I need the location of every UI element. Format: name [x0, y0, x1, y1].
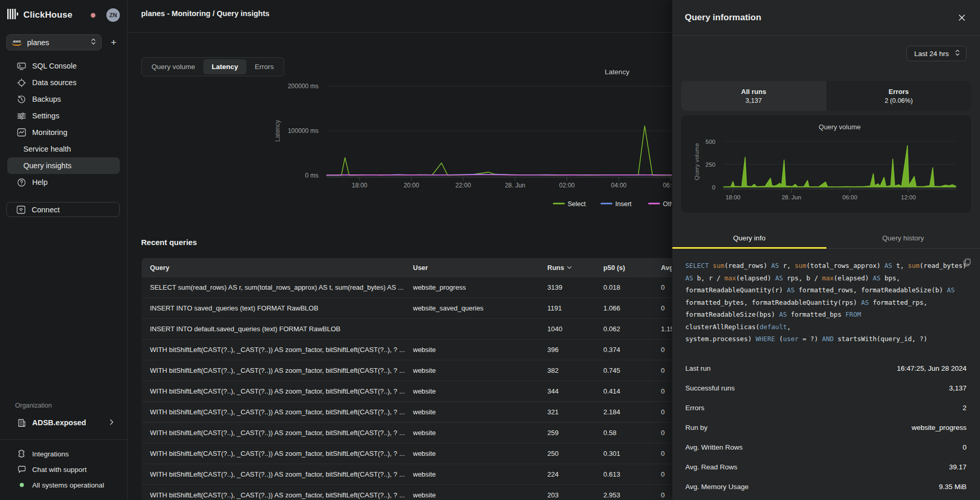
stat-value: 3,137: [949, 384, 967, 392]
sidebar-item-label: Monitoring: [32, 128, 67, 137]
query-information-panel: Query information Last 24 hrs All runs 3…: [672, 0, 980, 500]
time-range-value: Last 24 hrs: [914, 50, 949, 58]
sidebar-item-settings[interactable]: Settings: [7, 107, 120, 124]
sidebar-item-service-health[interactable]: Service health: [7, 141, 120, 157]
svg-text:500: 500: [706, 139, 715, 145]
query-stats: Last run16:47:25, Jun 28 2024Successful …: [672, 359, 980, 500]
aws-icon: aws: [12, 39, 22, 46]
table-cell: 250: [547, 450, 603, 457]
tab-query-info[interactable]: Query info: [672, 229, 826, 248]
stat-row: Errors2: [672, 398, 980, 418]
data-sources-icon: [17, 78, 26, 87]
organization-icon: [17, 419, 26, 427]
table-cell: 0.374: [603, 346, 661, 354]
table-cell: website: [413, 346, 547, 354]
svg-text:18:00: 18:00: [352, 182, 367, 189]
system-status-link[interactable]: All systems operational: [0, 477, 127, 493]
integrations-link[interactable]: Integrations: [0, 446, 127, 462]
close-icon[interactable]: [956, 12, 968, 23]
table-cell: 0.745: [603, 367, 661, 374]
column-header[interactable]: Runs: [547, 264, 603, 272]
stat-label: Avg. Memory Usage: [685, 483, 749, 491]
table-cell: 0.58: [603, 429, 661, 437]
sort-desc-icon: [567, 266, 572, 269]
table-cell: website: [413, 408, 547, 416]
connect-button[interactable]: Connect: [6, 202, 120, 217]
sql-line: AS b, r / max(elapsed) AS rps, b / max(e…: [685, 272, 968, 285]
stat-row: p50 latency0.018s: [672, 497, 980, 500]
column-header[interactable]: Query: [150, 264, 413, 272]
svg-text:06:00: 06:00: [843, 194, 858, 200]
svg-text:02:00: 02:00: [559, 182, 575, 189]
recent-queries-title: Recent queries: [141, 238, 197, 247]
service-row: aws planes +: [0, 28, 127, 52]
table-cell: website: [413, 387, 547, 395]
stat-label: Run by: [685, 424, 708, 431]
chat-support-link[interactable]: Chat with support: [0, 462, 127, 477]
svg-text:0: 0: [712, 184, 715, 191]
sidebar-item-query-insights[interactable]: Query insights: [7, 157, 120, 174]
organization-label: Organization: [0, 402, 127, 409]
svg-text:Latency: Latency: [274, 120, 281, 142]
service-selector[interactable]: aws planes: [6, 34, 102, 50]
stat-row: Avg. Read Rows39.17: [672, 457, 980, 477]
footer-divider: [0, 439, 127, 440]
svg-text:100000 ms: 100000 ms: [288, 127, 319, 134]
stat-value: 16:47:25, Jun 28 2024: [897, 364, 967, 372]
copy-icon[interactable]: [963, 259, 971, 266]
notification-dot: [91, 13, 95, 18]
svg-text:Select: Select: [568, 200, 586, 208]
segment-label: Errors: [889, 88, 909, 96]
chevron-right-icon: [109, 418, 114, 427]
table-cell: WITH bitShiftLeft(CAST(?..), _CAST(?..))…: [150, 346, 413, 354]
table-cell: INSERT INTO default.saved_queries (text)…: [150, 325, 413, 333]
sidebar-item-monitoring[interactable]: Monitoring: [7, 124, 120, 141]
sidebar-item-help[interactable]: Help: [7, 174, 120, 191]
table-cell: WITH bitShiftLeft(CAST(?..), _CAST(?..))…: [150, 408, 413, 416]
status-ok-icon: [17, 483, 26, 487]
table-cell: 0.301: [603, 450, 661, 457]
column-header[interactable]: p50 (s): [603, 264, 661, 272]
column-header[interactable]: User: [413, 264, 547, 272]
tab-query-history[interactable]: Query history: [826, 229, 980, 248]
table-cell: website: [413, 367, 547, 374]
sql-line: SELECT sum(read_rows) AS r, sum(total_ro…: [685, 260, 968, 272]
svg-text:200000 ms: 200000 ms: [288, 83, 319, 90]
table-cell: website: [413, 491, 547, 499]
stat-row: Avg. Written Rows0: [672, 438, 980, 457]
table-cell: 1.066: [603, 304, 661, 312]
restore-icon: [17, 95, 26, 104]
organization-switcher[interactable]: ADSB.exposed: [7, 414, 120, 431]
svg-text:250: 250: [706, 161, 715, 168]
table-cell: WITH bitShiftLeft(CAST(?..), _CAST(?..))…: [150, 470, 413, 478]
svg-text:0 ms: 0 ms: [305, 172, 319, 179]
segment-errors[interactable]: Errors 2 (0.06%): [826, 81, 972, 111]
stat-row: Avg. Memory Usage9.35 MiB: [672, 477, 980, 497]
stat-value: 39.17: [949, 463, 967, 471]
table-cell: 0.414: [603, 387, 661, 395]
sidebar-item-backups[interactable]: Backups: [7, 91, 120, 107]
chat-icon: [17, 466, 26, 474]
sidebar-item-sql-console[interactable]: SQL Console: [7, 58, 120, 74]
table-cell: 2.953: [603, 491, 661, 499]
chevron-updown-icon: [91, 38, 96, 47]
svg-text:18:00: 18:00: [725, 194, 740, 200]
table-cell: 203: [547, 491, 603, 499]
table-cell: website: [413, 450, 547, 457]
table-cell: website: [413, 429, 547, 437]
avatar[interactable]: ZN: [106, 8, 120, 22]
sliders-icon: [17, 112, 26, 120]
add-service-button[interactable]: +: [106, 35, 121, 50]
sidebar-item-data-sources[interactable]: Data sources: [7, 74, 120, 91]
sidebar-item-label: SQL Console: [32, 62, 77, 70]
table-cell: WITH bitShiftLeft(CAST(?..), _CAST(?..))…: [150, 367, 413, 374]
panel-tabs: Query info Query history: [672, 229, 980, 249]
sidebar-item-label: Data sources: [32, 78, 76, 87]
query-volume-chart-svg: 025050018:0028. Jun06:0012:00Query volum…: [681, 115, 969, 213]
segment-all-runs[interactable]: All runs 3,137: [681, 81, 826, 111]
puzzle-icon: [17, 450, 26, 458]
stat-value: website_progress: [912, 424, 967, 431]
svg-text:Query volume: Query volume: [694, 143, 700, 181]
time-range-select[interactable]: Last 24 hrs: [906, 46, 967, 61]
table-cell: 0.613: [603, 470, 661, 478]
